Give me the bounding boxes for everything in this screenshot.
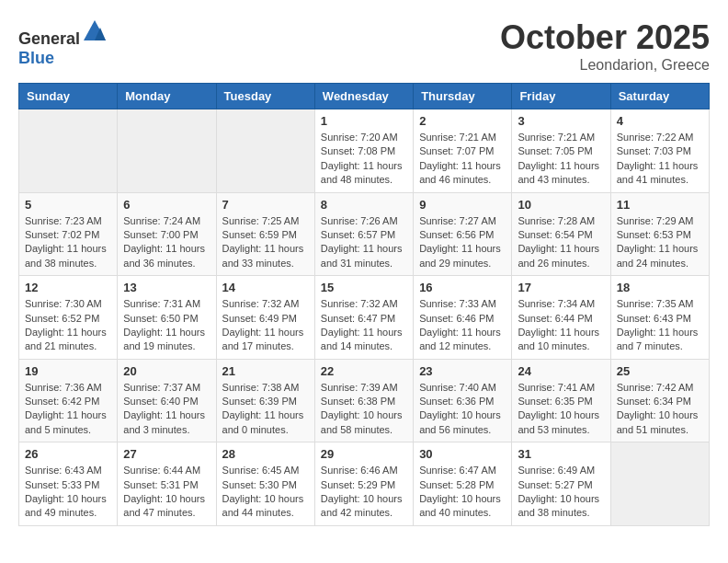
calendar-day-6: 6Sunrise: 7:24 AM Sunset: 7:00 PM Daylig… — [118, 192, 216, 276]
logo-general: General — [18, 29, 80, 48]
day-info: Sunrise: 7:31 AM Sunset: 6:50 PM Dayligh… — [123, 297, 210, 354]
day-info: Sunrise: 7:32 AM Sunset: 6:49 PM Dayligh… — [222, 297, 309, 354]
calendar-day-3: 3Sunrise: 7:21 AM Sunset: 7:05 PM Daylig… — [512, 109, 610, 193]
day-number: 9 — [419, 198, 506, 212]
day-number: 30 — [419, 447, 506, 461]
calendar-week-row: 5Sunrise: 7:23 AM Sunset: 7:02 PM Daylig… — [19, 192, 710, 276]
day-number: 7 — [222, 198, 309, 212]
day-info: Sunrise: 7:35 AM Sunset: 6:43 PM Dayligh… — [617, 297, 703, 354]
day-number: 19 — [25, 364, 111, 378]
day-number: 22 — [321, 364, 407, 378]
calendar-week-row: 12Sunrise: 7:30 AM Sunset: 6:52 PM Dayli… — [19, 276, 710, 360]
calendar-day-empty — [216, 109, 314, 193]
day-info: Sunrise: 7:28 AM Sunset: 6:54 PM Dayligh… — [518, 214, 604, 271]
calendar-day-12: 12Sunrise: 7:30 AM Sunset: 6:52 PM Dayli… — [19, 276, 118, 360]
day-number: 21 — [222, 364, 309, 378]
calendar-day-21: 21Sunrise: 7:38 AM Sunset: 6:39 PM Dayli… — [216, 359, 314, 442]
calendar-day-empty — [118, 109, 216, 193]
day-info: Sunrise: 6:43 AM Sunset: 5:33 PM Dayligh… — [25, 464, 111, 521]
day-number: 1 — [321, 114, 407, 128]
location: Leondarion, Greece — [500, 57, 710, 74]
day-info: Sunrise: 7:20 AM Sunset: 7:08 PM Dayligh… — [321, 131, 407, 188]
day-info: Sunrise: 6:44 AM Sunset: 5:31 PM Dayligh… — [123, 464, 210, 521]
calendar-day-17: 17Sunrise: 7:34 AM Sunset: 6:44 PM Dayli… — [512, 276, 610, 360]
calendar-day-26: 26Sunrise: 6:43 AM Sunset: 5:33 PM Dayli… — [19, 442, 118, 526]
day-number: 31 — [518, 447, 604, 461]
calendar-day-13: 13Sunrise: 7:31 AM Sunset: 6:50 PM Dayli… — [118, 276, 216, 360]
calendar-day-16: 16Sunrise: 7:33 AM Sunset: 6:46 PM Dayli… — [414, 276, 512, 360]
day-number: 11 — [617, 198, 703, 212]
day-info: Sunrise: 7:42 AM Sunset: 6:34 PM Dayligh… — [617, 381, 703, 438]
day-info: Sunrise: 7:36 AM Sunset: 6:42 PM Dayligh… — [25, 381, 111, 438]
day-number: 10 — [518, 198, 604, 212]
month-title: October 2025 — [500, 18, 710, 57]
day-number: 26 — [25, 447, 111, 461]
day-info: Sunrise: 7:33 AM Sunset: 6:46 PM Dayligh… — [419, 297, 506, 354]
day-number: 2 — [419, 114, 506, 128]
day-number: 16 — [419, 281, 506, 294]
day-info: Sunrise: 7:34 AM Sunset: 6:44 PM Dayligh… — [518, 297, 604, 354]
calendar-day-19: 19Sunrise: 7:36 AM Sunset: 6:42 PM Dayli… — [19, 359, 118, 442]
day-number: 17 — [518, 281, 604, 294]
day-info: Sunrise: 7:21 AM Sunset: 7:07 PM Dayligh… — [419, 131, 506, 188]
day-info: Sunrise: 7:41 AM Sunset: 6:35 PM Dayligh… — [518, 381, 604, 438]
calendar-day-25: 25Sunrise: 7:42 AM Sunset: 6:34 PM Dayli… — [610, 359, 709, 442]
calendar-day-29: 29Sunrise: 6:46 AM Sunset: 5:29 PM Dayli… — [314, 442, 413, 526]
day-number: 14 — [222, 281, 309, 294]
calendar-day-5: 5Sunrise: 7:23 AM Sunset: 7:02 PM Daylig… — [19, 192, 118, 276]
day-number: 18 — [617, 281, 703, 294]
calendar-day-20: 20Sunrise: 7:37 AM Sunset: 6:40 PM Dayli… — [118, 359, 216, 442]
day-number: 12 — [25, 281, 111, 294]
calendar-day-24: 24Sunrise: 7:41 AM Sunset: 6:35 PM Dayli… — [512, 359, 610, 442]
day-number: 29 — [321, 447, 407, 461]
day-info: Sunrise: 7:40 AM Sunset: 6:36 PM Dayligh… — [419, 381, 506, 438]
calendar-week-row: 19Sunrise: 7:36 AM Sunset: 6:42 PM Dayli… — [19, 359, 710, 442]
weekday-header-sunday: Sunday — [19, 84, 118, 109]
day-number: 25 — [617, 364, 703, 378]
logo-blue: Blue — [18, 49, 54, 67]
calendar-day-30: 30Sunrise: 6:47 AM Sunset: 5:28 PM Dayli… — [414, 442, 512, 526]
weekday-header-friday: Friday — [512, 84, 610, 109]
calendar-day-2: 2Sunrise: 7:21 AM Sunset: 7:07 PM Daylig… — [414, 109, 512, 193]
weekday-header-tuesday: Tuesday — [216, 84, 314, 109]
day-number: 28 — [222, 447, 309, 461]
weekday-header-row: SundayMondayTuesdayWednesdayThursdayFrid… — [19, 84, 710, 109]
day-info: Sunrise: 7:22 AM Sunset: 7:03 PM Dayligh… — [617, 131, 703, 188]
calendar-day-10: 10Sunrise: 7:28 AM Sunset: 6:54 PM Dayli… — [512, 192, 610, 276]
calendar-day-15: 15Sunrise: 7:32 AM Sunset: 6:47 PM Dayli… — [314, 276, 413, 360]
weekday-header-thursday: Thursday — [414, 84, 512, 109]
calendar-week-row: 26Sunrise: 6:43 AM Sunset: 5:33 PM Dayli… — [19, 442, 710, 526]
calendar-day-empty — [19, 109, 118, 193]
day-info: Sunrise: 7:25 AM Sunset: 6:59 PM Dayligh… — [222, 214, 309, 271]
weekday-header-monday: Monday — [118, 84, 216, 109]
calendar-day-28: 28Sunrise: 6:45 AM Sunset: 5:30 PM Dayli… — [216, 442, 314, 526]
day-number: 23 — [419, 364, 506, 378]
calendar-week-row: 1Sunrise: 7:20 AM Sunset: 7:08 PM Daylig… — [19, 109, 710, 193]
day-info: Sunrise: 7:26 AM Sunset: 6:57 PM Dayligh… — [321, 214, 407, 271]
calendar-day-empty — [610, 442, 709, 526]
calendar-day-22: 22Sunrise: 7:39 AM Sunset: 6:38 PM Dayli… — [314, 359, 413, 442]
day-info: Sunrise: 7:23 AM Sunset: 7:02 PM Dayligh… — [25, 214, 111, 271]
day-number: 3 — [518, 114, 604, 128]
day-info: Sunrise: 6:47 AM Sunset: 5:28 PM Dayligh… — [419, 464, 506, 521]
calendar-day-8: 8Sunrise: 7:26 AM Sunset: 6:57 PM Daylig… — [314, 192, 413, 276]
day-number: 4 — [617, 114, 703, 128]
day-number: 24 — [518, 364, 604, 378]
calendar-day-23: 23Sunrise: 7:40 AM Sunset: 6:36 PM Dayli… — [414, 359, 512, 442]
day-info: Sunrise: 6:46 AM Sunset: 5:29 PM Dayligh… — [321, 464, 407, 521]
day-number: 5 — [25, 198, 111, 212]
day-number: 13 — [123, 281, 210, 294]
day-number: 6 — [123, 198, 210, 212]
calendar-day-4: 4Sunrise: 7:22 AM Sunset: 7:03 PM Daylig… — [610, 109, 709, 193]
logo-text: General Blue — [18, 18, 108, 68]
day-info: Sunrise: 7:39 AM Sunset: 6:38 PM Dayligh… — [321, 381, 407, 438]
logo-icon — [82, 18, 108, 44]
calendar-day-9: 9Sunrise: 7:27 AM Sunset: 6:56 PM Daylig… — [414, 192, 512, 276]
logo: General Blue — [18, 18, 108, 68]
day-info: Sunrise: 6:45 AM Sunset: 5:30 PM Dayligh… — [222, 464, 309, 521]
calendar-table: SundayMondayTuesdayWednesdayThursdayFrid… — [18, 83, 710, 526]
title-block: October 2025 Leondarion, Greece — [500, 18, 710, 74]
day-info: Sunrise: 7:27 AM Sunset: 6:56 PM Dayligh… — [419, 214, 506, 271]
day-number: 8 — [321, 198, 407, 212]
calendar-day-14: 14Sunrise: 7:32 AM Sunset: 6:49 PM Dayli… — [216, 276, 314, 360]
